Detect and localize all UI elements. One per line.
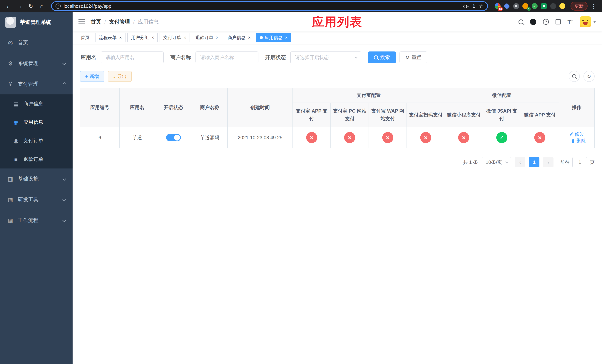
breadcrumb-separator: / — [104, 19, 106, 25]
extension-dark-icon[interactable] — [550, 3, 556, 9]
cell-alipay-wap — [369, 127, 407, 148]
header-actions: ? TT — [518, 16, 596, 27]
extension-green-check-icon[interactable] — [532, 3, 538, 9]
refund-doc-icon: ▣ — [13, 156, 19, 162]
tab-close-icon[interactable]: × — [216, 35, 218, 40]
tab-label: 流程表单 — [99, 35, 117, 41]
tab-user-group[interactable]: 用户分组× — [127, 33, 158, 43]
toggle-search-button[interactable] — [569, 71, 580, 82]
sidebar-toggle-icon[interactable] — [78, 20, 85, 24]
forward-icon[interactable]: → — [15, 1, 24, 11]
tab-process-form[interactable]: 流程表单× — [95, 33, 126, 43]
refresh-table-button[interactable]: ↻ — [583, 71, 595, 82]
sidebar-item-dev-tools[interactable]: ▧ 研发工具 — [0, 189, 73, 210]
sidebar-item-label: 支付管理 — [18, 81, 39, 87]
col-header-app-name: 应用名 — [119, 88, 155, 127]
active-tab-dot — [260, 36, 263, 39]
tab-close-icon[interactable]: × — [248, 35, 251, 40]
col-header-alipay-app: 支付宝 APP 支付 — [293, 103, 331, 127]
cell-alipay-app — [293, 127, 331, 148]
tab-home[interactable]: 首页 — [77, 33, 93, 43]
sidebar-item-infrastructure[interactable]: ▥ 基础设施 — [0, 169, 73, 189]
tab-close-icon[interactable]: × — [151, 35, 154, 40]
extension-green-square-icon[interactable] — [541, 3, 547, 9]
chrome-update-button[interactable]: 更新 — [570, 2, 588, 11]
sidebar-item-system[interactable]: ⚙ 系统管理 — [0, 53, 73, 74]
help-icon[interactable]: ? — [543, 19, 549, 25]
search-button[interactable]: 搜索 — [368, 52, 396, 63]
trash-icon — [571, 139, 575, 143]
sidebar-item-merchant-info[interactable]: ▤ 商户信息 — [0, 95, 73, 113]
extension-orange-icon[interactable]: 1 — [522, 3, 528, 9]
page-size-select[interactable]: 10条/页 — [482, 157, 511, 167]
fullscreen-icon[interactable] — [556, 19, 561, 24]
user-menu[interactable] — [580, 16, 596, 27]
delete-link[interactable]: 删除 — [571, 138, 586, 144]
sidebar-item-home[interactable]: ◎ 首页 — [0, 32, 73, 53]
sidebar-item-label: 系统管理 — [18, 60, 39, 67]
app-name-input[interactable] — [101, 52, 164, 63]
col-header-status: 开启状态 — [155, 88, 192, 127]
sidebar-item-label: 首页 — [18, 39, 28, 46]
add-button[interactable]: + 新增 — [80, 71, 104, 82]
sidebar-item-payment[interactable]: ¥ 支付管理 — [0, 74, 73, 95]
browser-menu-icon[interactable]: ⋮ — [589, 3, 598, 10]
app-status-switch[interactable] — [166, 134, 181, 141]
chevron-down-icon — [62, 218, 66, 222]
extension-badge: 10 — [498, 7, 503, 11]
extension-colorful-icon[interactable]: 10 — [495, 3, 501, 9]
sidebar-item-label: 工作流程 — [18, 217, 39, 224]
sidebar-item-refund-order[interactable]: ▣ 退款订单 — [0, 150, 73, 169]
extension-diamond-icon[interactable] — [504, 3, 510, 9]
sidebar-item-workflow[interactable]: ▨ 工作流程 — [0, 210, 73, 231]
extension-gray-icon[interactable] — [513, 3, 519, 9]
share-icon[interactable]: ↥ — [472, 3, 476, 9]
goto-page-input[interactable] — [572, 157, 587, 167]
next-page-button[interactable]: › — [543, 157, 553, 167]
prev-page-button[interactable]: ‹ — [515, 157, 525, 167]
page-number-button[interactable]: 1 — [529, 157, 539, 167]
tab-label: 支付订单 — [163, 35, 181, 41]
tools-icon: ▧ — [7, 196, 14, 203]
sidebar-item-app-info[interactable]: ▦ 应用信息 — [0, 113, 73, 131]
tab-close-icon[interactable]: × — [285, 35, 288, 40]
tab-refund-order[interactable]: 退款订单× — [192, 33, 222, 43]
tabs-bar: 首页 流程表单× 用户分组× 支付订单× 退款订单× 商户信息× 应用信息× — [73, 32, 602, 44]
github-icon[interactable] — [530, 19, 536, 25]
cell-wx-app — [521, 127, 559, 148]
edit-link[interactable]: 修改 — [569, 131, 584, 137]
sidebar-item-label: 商户信息 — [23, 100, 43, 107]
tab-close-icon[interactable]: × — [184, 35, 186, 40]
home-icon[interactable]: ⌂ — [37, 1, 47, 11]
breadcrumb-payment[interactable]: 支付管理 — [109, 18, 130, 25]
font-size-icon[interactable]: TT — [567, 19, 573, 25]
export-button[interactable]: ↓ 导出 — [108, 71, 132, 82]
password-key-icon[interactable] — [463, 3, 469, 9]
bookmark-star-icon[interactable]: ☆ — [479, 3, 484, 9]
col-header-alipay-wap: 支付宝 WAP 网站支付 — [369, 103, 407, 127]
alipay-pc-status-icon — [344, 132, 355, 143]
tab-app-info[interactable]: 应用信息× — [256, 33, 291, 43]
breadcrumb-home[interactable]: 首页 — [91, 18, 101, 25]
extension-emoji-icon[interactable] — [559, 3, 565, 9]
tab-pay-order[interactable]: 支付订单× — [160, 33, 190, 43]
status-select[interactable]: 请选择开启状态 — [290, 52, 361, 63]
address-bar[interactable]: i localhost:1024/pay/app ↥ ☆ — [51, 1, 488, 11]
search-icon[interactable] — [518, 20, 523, 24]
app-logo-row: 芋道管理系统 — [0, 12, 73, 32]
col-header-app-id: 应用编号 — [80, 88, 119, 127]
tab-label: 商户信息 — [228, 35, 246, 41]
merchant-name-input[interactable] — [195, 52, 258, 63]
chevron-down-icon — [505, 160, 508, 163]
col-group-alipay: 支付宝配置 — [293, 88, 445, 103]
tab-close-icon[interactable]: × — [119, 35, 122, 40]
col-header-wx-app: 微信 APP 支付 — [521, 103, 559, 127]
sidebar-item-label: 研发工具 — [18, 196, 39, 203]
back-icon[interactable]: ← — [4, 1, 13, 11]
app-title: 芋道管理系统 — [20, 19, 51, 26]
site-info-icon[interactable]: i — [55, 3, 61, 9]
refresh-icon[interactable]: ↻ — [26, 1, 35, 11]
sidebar-item-pay-order[interactable]: ◉ 支付订单 — [0, 131, 73, 150]
reset-button[interactable]: ↻ 重置 — [399, 52, 427, 63]
tab-merchant-info[interactable]: 商户信息× — [224, 33, 254, 43]
